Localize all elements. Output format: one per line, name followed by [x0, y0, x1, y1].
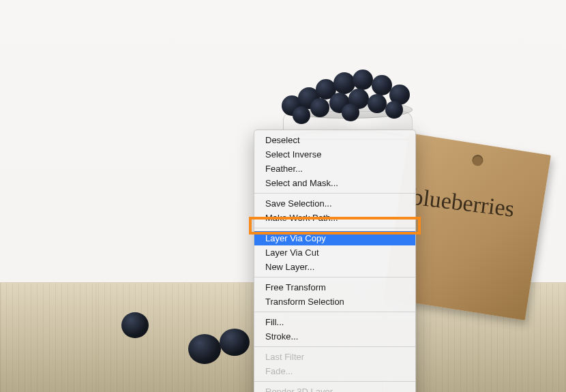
menu-item-stroke[interactable]: Stroke...: [254, 329, 415, 344]
menu-item-new-layer[interactable]: New Layer...: [254, 260, 415, 274]
menu-separator: [254, 381, 415, 382]
tag-hole: [471, 154, 483, 166]
tag-text: blueberries: [411, 184, 516, 222]
menu-separator: [254, 277, 415, 277]
menu-item-layer-via-copy[interactable]: Layer Via Copy: [254, 231, 415, 245]
loose-blueberry: [220, 329, 250, 356]
menu-item-select-inverse[interactable]: Select Inverse: [254, 147, 415, 162]
menu-item-last-filter: Last Filter: [254, 350, 415, 364]
canvas-background: blueberries DeselectSelect InverseFeathe…: [0, 0, 566, 392]
loose-blueberry: [188, 334, 221, 364]
blueberries-pile: [276, 67, 419, 121]
menu-item-fill[interactable]: Fill...: [254, 315, 415, 329]
context-menu[interactable]: DeselectSelect InverseFeather...Select a…: [254, 130, 416, 392]
menu-item-save-selection[interactable]: Save Selection...: [254, 196, 415, 211]
menu-item-select-and-mask[interactable]: Select and Mask...: [254, 176, 415, 190]
menu-separator: [254, 193, 415, 194]
loose-blueberry: [121, 312, 149, 338]
menu-separator: [254, 312, 415, 312]
menu-item-render-3d-layer: Render 3D Layer: [254, 385, 415, 392]
menu-item-transform-selection[interactable]: Transform Selection: [254, 295, 415, 309]
menu-item-deselect[interactable]: Deselect: [254, 133, 415, 147]
menu-item-layer-via-cut[interactable]: Layer Via Cut: [254, 245, 415, 260]
menu-item-feather[interactable]: Feather...: [254, 162, 415, 176]
menu-separator: [254, 228, 415, 228]
menu-separator: [254, 346, 415, 347]
menu-item-free-transform[interactable]: Free Transform: [254, 280, 415, 295]
menu-item-make-work-path[interactable]: Make Work Path...: [254, 211, 415, 225]
menu-item-fade: Fade...: [254, 364, 415, 378]
